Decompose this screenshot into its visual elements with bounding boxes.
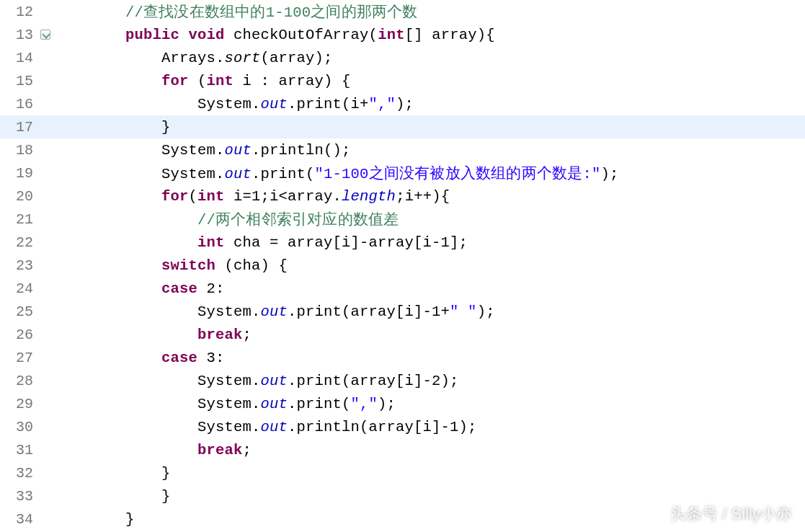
- code-line[interactable]: 33 }: [0, 484, 805, 507]
- code-content[interactable]: System.out.print(i+",");: [53, 96, 805, 112]
- code-line[interactable]: 28 System.out.print(array[i]-2);: [0, 369, 805, 392]
- gutter-marker: [37, 30, 53, 40]
- line-number: 13: [0, 27, 37, 43]
- token-plain: );: [378, 396, 396, 412]
- token-cm: //查找没在数组中的1-100之间的那两个数: [125, 4, 418, 21]
- code-line[interactable]: 27 case 3:: [0, 346, 805, 369]
- token-plain: [53, 234, 197, 251]
- code-line[interactable]: 34 }: [0, 507, 805, 531]
- code-content[interactable]: }: [53, 511, 805, 528]
- token-plain: }: [53, 511, 135, 528]
- token-plain: [53, 188, 161, 205]
- code-line[interactable]: 16 System.out.print(i+",");: [0, 92, 805, 115]
- code-content[interactable]: System.out.print(array[i]-2);: [53, 373, 805, 389]
- token-kw: int: [197, 234, 225, 251]
- token-plain: System.: [53, 373, 261, 389]
- code-line[interactable]: 24 case 2:: [0, 277, 805, 300]
- line-number: 12: [0, 4, 37, 20]
- code-line[interactable]: 15 for (int i : array) {: [0, 69, 805, 92]
- code-content[interactable]: }: [53, 119, 805, 136]
- line-number: 19: [0, 165, 37, 182]
- code-content[interactable]: break;: [53, 442, 805, 458]
- code-content[interactable]: }: [53, 488, 805, 505]
- line-number: 22: [0, 234, 37, 251]
- token-plain: i=1;i<array.: [225, 188, 342, 205]
- token-plain: );: [477, 303, 495, 320]
- token-plain: [53, 327, 197, 343]
- code-line[interactable]: 14 Arrays.sort(array);: [0, 46, 805, 69]
- code-content[interactable]: }: [53, 465, 805, 482]
- token-plain: .println();: [252, 142, 351, 159]
- token-kw: for: [161, 73, 189, 89]
- line-number: 31: [0, 442, 37, 458]
- code-content[interactable]: Arrays.sort(array);: [53, 50, 805, 66]
- code-line[interactable]: 21 //两个相邻索引对应的数值差: [0, 208, 805, 231]
- code-line[interactable]: 29 System.out.print(",");: [0, 392, 805, 415]
- code-line[interactable]: 18 System.out.println();: [0, 138, 805, 161]
- code-content[interactable]: for (int i : array) {: [53, 73, 805, 89]
- code-line[interactable]: 20 for(int i=1;i<array.length;i++){: [0, 185, 805, 208]
- token-plain: [53, 280, 161, 297]
- token-sm: sort: [225, 50, 261, 66]
- code-line[interactable]: 31 break;: [0, 438, 805, 461]
- code-content[interactable]: System.out.print(",");: [53, 396, 805, 412]
- token-plain: .print(: [288, 396, 351, 412]
- code-content[interactable]: //查找没在数组中的1-100之间的那两个数: [53, 1, 805, 22]
- code-content[interactable]: break;: [53, 327, 805, 343]
- token-kw: case: [161, 350, 197, 366]
- token-sf: out: [261, 303, 288, 320]
- token-kw: break: [197, 327, 243, 343]
- code-line[interactable]: 25 System.out.print(array[i]-1+" ");: [0, 300, 805, 323]
- code-content[interactable]: case 2:: [53, 280, 805, 297]
- token-plain: }: [53, 488, 171, 505]
- code-content[interactable]: System.out.print(array[i]-1+" ");: [53, 303, 805, 320]
- token-str: ",": [351, 396, 378, 412]
- token-plain: [53, 212, 197, 229]
- token-sf: out: [261, 96, 288, 112]
- code-content[interactable]: int cha = array[i]-array[i-1];: [53, 234, 805, 251]
- token-plain: cha = array[i]-array[i-1];: [225, 234, 468, 251]
- token-kw: case: [161, 280, 197, 297]
- code-content[interactable]: //两个相邻索引对应的数值差: [53, 209, 805, 229]
- code-content[interactable]: for(int i=1;i<array.length;i++){: [53, 188, 805, 205]
- code-line[interactable]: 32 }: [0, 461, 805, 484]
- line-number: 14: [0, 50, 37, 66]
- token-str: "1-100之间没有被放入数组的两个数是:": [315, 166, 601, 182]
- code-content[interactable]: public void checkOutOfArray(int[] array)…: [53, 27, 805, 43]
- code-line[interactable]: 17 }: [0, 115, 805, 138]
- line-number: 15: [0, 73, 37, 89]
- code-content[interactable]: System.out.print("1-100之间没有被放入数组的两个数是:")…: [53, 163, 805, 183]
- token-str: ",": [369, 96, 396, 112]
- token-plain: [53, 73, 161, 89]
- token-sf: out: [261, 396, 288, 412]
- code-line[interactable]: 13 public void checkOutOfArray(int[] arr…: [0, 23, 805, 46]
- code-line[interactable]: 30 System.out.println(array[i]-1);: [0, 415, 805, 438]
- token-kw: int: [197, 188, 225, 205]
- line-number: 20: [0, 188, 37, 205]
- line-number: 16: [0, 96, 37, 112]
- code-content[interactable]: System.out.println();: [53, 142, 805, 159]
- token-plain: System.: [53, 396, 261, 412]
- token-plain: checkOutOfArray(: [225, 27, 378, 43]
- token-plain: System.: [53, 303, 261, 320]
- code-line[interactable]: 19 System.out.print("1-100之间没有被放入数组的两个数是…: [0, 161, 805, 185]
- token-plain: i : array) {: [234, 73, 351, 89]
- line-number: 17: [0, 119, 37, 136]
- code-content[interactable]: case 3:: [53, 350, 805, 366]
- line-number: 28: [0, 373, 37, 389]
- token-plain: .print(i+: [288, 96, 369, 112]
- code-line[interactable]: 23 switch (cha) {: [0, 254, 805, 277]
- code-editor[interactable]: 12 //查找没在数组中的1-100之间的那两个数13 public void …: [0, 0, 805, 531]
- token-plain: ;: [243, 327, 252, 343]
- code-line[interactable]: 26 break;: [0, 323, 805, 346]
- token-plain: (: [189, 188, 198, 205]
- token-kw: int: [378, 27, 405, 43]
- code-content[interactable]: System.out.println(array[i]-1);: [53, 419, 805, 435]
- token-plain: .print(: [252, 166, 315, 182]
- line-number: 21: [0, 211, 37, 228]
- token-plain: Arrays.: [53, 50, 225, 66]
- code-line[interactable]: 22 int cha = array[i]-array[i-1];: [0, 231, 805, 254]
- code-line[interactable]: 12 //查找没在数组中的1-100之间的那两个数: [0, 0, 805, 23]
- code-content[interactable]: switch (cha) {: [53, 257, 805, 274]
- token-plain: System.: [53, 166, 225, 182]
